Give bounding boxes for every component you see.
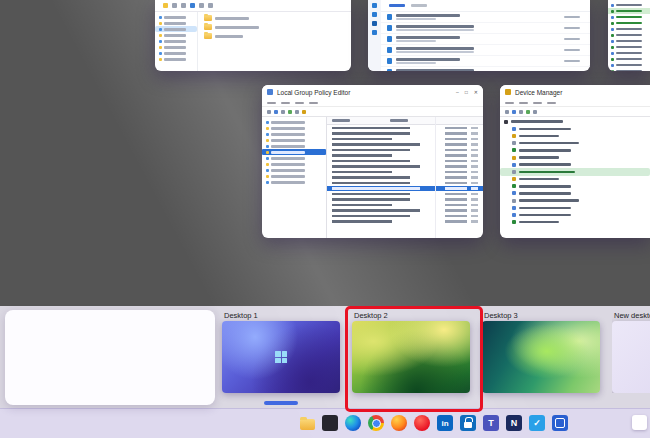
taskbar-icons: in T N ✓	[272, 415, 568, 435]
windows-logo-icon	[275, 351, 287, 363]
word-doc-icon	[387, 47, 392, 53]
toolbar-skeleton	[500, 107, 650, 117]
task-view-screen: Local Group Policy Editor – □ ✕	[0, 0, 650, 438]
window-thumbnail-documents[interactable]	[368, 0, 590, 71]
window-controls: – □ ✕	[456, 90, 478, 95]
desktop-item-2[interactable]: Desktop 2	[352, 310, 470, 393]
device-manager-app-icon	[505, 89, 511, 95]
device-tree-skeleton	[500, 117, 650, 226]
edge-icon[interactable]	[345, 415, 361, 431]
minimize-icon[interactable]: –	[456, 90, 459, 95]
word-doc-icon	[387, 25, 392, 31]
microsoft-store-icon[interactable]	[460, 415, 476, 431]
desktop-3-thumbnail[interactable]	[482, 321, 600, 393]
documents-tabs-skeleton	[381, 0, 590, 12]
window-thumbnail-file-explorer[interactable]	[155, 0, 351, 71]
desktop-item-3[interactable]: Desktop 3	[482, 310, 600, 393]
explorer-content-skeleton	[198, 12, 351, 71]
word-doc-icon	[387, 69, 392, 71]
window-thumbnail-blank[interactable]	[5, 310, 215, 405]
maximize-icon[interactable]: □	[465, 90, 468, 95]
new-desktop-thumbnail[interactable]	[612, 321, 650, 393]
explorer-command-bar	[155, 0, 351, 12]
tray-app-icon[interactable]	[632, 415, 647, 430]
desktop-2-thumbnail[interactable]	[352, 321, 470, 393]
word-doc-icon	[387, 58, 392, 64]
table-header-skeleton	[327, 117, 483, 125]
start-button[interactable]	[272, 415, 292, 435]
desktop-item-1[interactable]: Desktop 1	[222, 310, 340, 393]
folder-icon	[204, 33, 212, 39]
file-explorer-icon[interactable]	[299, 415, 315, 431]
mail-icon[interactable]	[552, 415, 568, 431]
word-doc-icon	[387, 14, 392, 20]
policy-settings-table	[327, 117, 483, 238]
window-title: Local Group Policy Editor	[277, 89, 350, 96]
menu-bar-skeleton	[500, 99, 650, 107]
word-doc-icon	[387, 36, 392, 42]
desktop-label: Desktop 1	[222, 310, 340, 321]
window-thumbnail-tree-list[interactable]	[608, 0, 650, 71]
menu-bar-skeleton	[262, 99, 483, 107]
desktop-label: Desktop 3	[482, 310, 600, 321]
opera-icon[interactable]	[414, 415, 430, 431]
notion-icon[interactable]: N	[506, 415, 522, 431]
window-title: Device Manager	[515, 89, 562, 96]
policy-tree-skeleton	[262, 117, 327, 238]
todo-icon[interactable]: ✓	[529, 415, 545, 431]
documents-list-skeleton	[381, 12, 590, 71]
gpedit-app-icon	[267, 89, 273, 95]
tree-list-skeleton	[608, 0, 650, 71]
folder-icon	[204, 15, 212, 21]
window-thumbnail-device-manager[interactable]: Device Manager	[500, 85, 650, 238]
teams-icon[interactable]: T	[483, 415, 499, 431]
desktop-1-thumbnail[interactable]	[222, 321, 340, 393]
active-desktop-indicator	[264, 401, 298, 405]
explorer-sidebar-skeleton	[155, 12, 198, 71]
terminal-icon[interactable]	[322, 415, 338, 431]
toolbar-skeleton	[262, 107, 483, 117]
new-desktop-item[interactable]: New desktop	[612, 310, 650, 393]
chrome-icon[interactable]	[368, 415, 384, 431]
close-icon[interactable]: ✕	[474, 90, 478, 95]
table-rows-skeleton	[327, 125, 483, 224]
desktop-label: Desktop 2	[352, 310, 470, 321]
firefox-icon[interactable]	[391, 415, 407, 431]
linkedin-icon[interactable]: in	[437, 415, 453, 431]
new-desktop-label: New desktop	[612, 310, 650, 321]
folder-icon	[204, 24, 212, 30]
window-thumbnail-local-group-policy-editor[interactable]: Local Group Policy Editor – □ ✕	[262, 85, 483, 238]
documents-left-rail	[368, 0, 381, 71]
